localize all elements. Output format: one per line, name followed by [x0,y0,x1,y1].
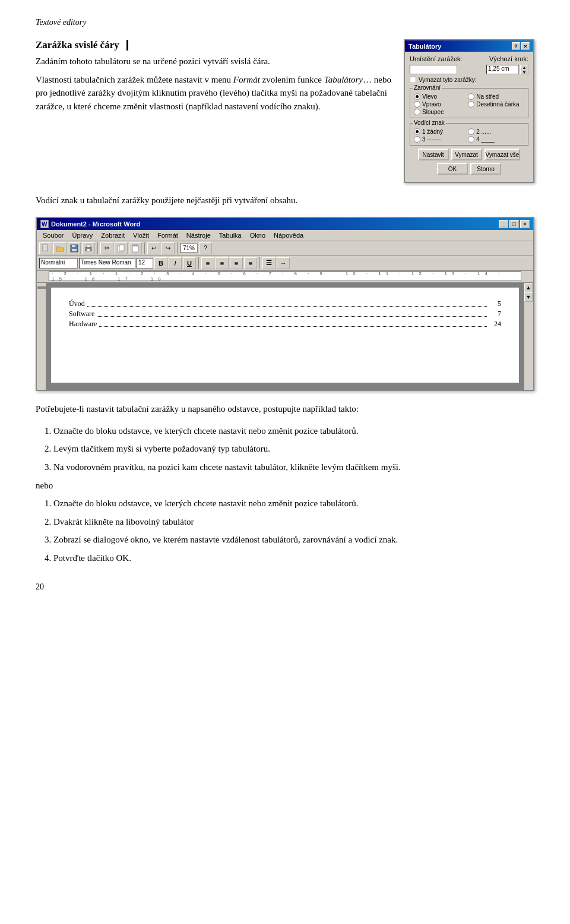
menu-okno[interactable]: Okno [246,231,269,239]
menu-zobrazit[interactable]: Zobrazit [97,231,128,239]
step1-text2: Levým tlačítkem myši si vyberte požadova… [53,444,270,453]
separator1 [97,242,98,254]
header-title: Textové editory [36,18,86,27]
style-select[interactable]: Normální [39,258,78,269]
dialog-close-button[interactable]: × [521,42,530,50]
undo-btn[interactable]: ↩ [147,242,160,254]
vymazat-vse-button[interactable]: Vymazat vše [484,149,521,160]
vodici-section: Vodící znak 1 žádný 2 ...... 3 ------- [410,123,528,146]
label-umisteni: Umístění zarážek: [410,55,463,62]
menu-vlozit[interactable]: Vložit [129,231,153,239]
underline-button[interactable]: U [183,257,196,269]
scroll-up-btn[interactable]: ▲ [524,283,533,292]
copy-btn[interactable] [115,242,128,254]
indent-button[interactable]: → [277,257,290,269]
font-size-select[interactable]: 12 [137,258,153,269]
paste-btn[interactable] [129,242,142,254]
zoom-control: 71% [180,244,198,253]
new-btn[interactable] [39,242,52,254]
toc-dots-uvod [87,299,487,307]
vodici-zadny: 1 žádný [414,128,467,135]
steps-list-1: Označte do bloku odstavce, ve kterých ch… [53,424,534,474]
toc-page-hardware: 24 [489,320,501,329]
bold-button[interactable]: B [154,257,167,269]
radio-vlevo[interactable] [414,93,420,100]
step1-item2: Levým tlačítkem myši si vyberte požadova… [53,442,534,456]
zoom-value[interactable]: 71% [180,244,198,253]
left-margin [37,283,46,390]
menu-nastroje[interactable]: Nástroje [183,231,214,239]
nebo-label: nebo [36,481,534,491]
nastavit-button[interactable]: Nastavit [418,149,449,160]
dialog-title: Tabulátory [408,43,441,50]
step1-text3: Na vodorovném pravítku, na pozici kam ch… [53,462,401,472]
vychozi-input[interactable]: 1,25 cm [486,65,519,74]
align-justify-button[interactable]: ≡ [244,257,257,269]
svg-rect-13 [119,245,124,251]
cut-btn[interactable]: ✂ [100,242,113,254]
radio-vodici-4[interactable] [468,136,474,143]
italic-button[interactable]: I [169,257,182,269]
toc-row-hardware: Hardware 24 [69,320,501,329]
open-btn[interactable] [53,242,66,254]
list-button[interactable]: ☰ [262,257,276,269]
word-page-bg: Úvod 5 Software 7 Hardware 24 [46,283,524,390]
separator3 [177,242,178,254]
svg-rect-8 [72,249,77,251]
print-btn[interactable] [82,242,95,254]
dialog-help-button[interactable]: ? [512,42,520,50]
save-btn[interactable] [68,242,81,254]
align-left-button[interactable]: ≡ [201,257,214,269]
radio-desetinna[interactable] [468,101,474,108]
scroll-down-btn[interactable]: ▼ [524,292,533,302]
help-btn[interactable]: ? [199,242,212,254]
dialog-input-row: 1,25 cm ▲ ▼ [410,65,528,74]
vodici-paragraph: Vodící znak u tabulační zarážky použijet… [36,194,534,207]
radio-nastred[interactable] [468,93,474,100]
step2-item4: Potvrďte tlačítko OK. [53,551,534,565]
label-vychozi: Výchozí krok: [489,55,528,62]
vodici-title: Vodící znak [413,119,446,126]
menu-format[interactable]: Formát [154,231,182,239]
menu-soubor[interactable]: Soubor [39,231,67,239]
word-minimize-button[interactable]: _ [499,220,508,228]
vodici-options: 1 žádný 2 ...... 3 ------- 4 ____ [414,128,524,143]
menu-napoveda[interactable]: Nápověda [270,231,307,239]
radio-sloupec[interactable] [414,109,420,115]
radio-vodici-3[interactable] [414,136,420,143]
word-close-button[interactable]: × [520,220,530,228]
font-select[interactable]: Times New Roman [79,258,135,269]
word-maximize-button[interactable]: □ [509,220,519,228]
redo-btn[interactable]: ↪ [162,242,175,254]
vymazat-button[interactable]: Vymazat [451,149,482,160]
spin-up[interactable]: ▲ [520,65,528,70]
spin-down[interactable]: ▼ [520,70,528,74]
section2-intro: Potřebujete-li nastavit tabulační zarážk… [36,402,534,416]
vychozi-spinner[interactable]: ▲ ▼ [520,65,528,74]
radio-vpravo[interactable] [414,101,420,108]
ok-button[interactable]: OK [437,163,468,175]
step2-item1: Označte do bloku odstavce, ve kterých ch… [53,497,534,510]
word-titlebar: W Dokument2 - Microsoft Word _ □ × [37,218,533,230]
radio-vodici-2[interactable] [468,128,474,135]
align-center-button[interactable]: ≡ [216,257,229,269]
word-title: Dokument2 - Microsoft Word [51,220,140,228]
vymazat-label: Vymazat tyto zarážky: [419,77,476,83]
toc-page-uvod: 5 [489,299,501,308]
word-window: W Dokument2 - Microsoft Word _ □ × Soubo… [36,217,534,391]
svg-rect-11 [87,249,90,251]
umisteni-input[interactable] [410,65,457,74]
vymazat-checkbox[interactable] [410,77,416,83]
page-header: Textové editory [36,18,534,27]
dialog-labels-row: Umístění zarážek: Výchozí krok: [410,55,528,62]
step2-text1: Označte do bloku odstavce, ve kterých ch… [53,499,359,508]
radio-zadny[interactable] [414,128,420,135]
ruler-content: · 2 · 1 · 1 · 2 · 3 · 4 · 5 · 6 · 7 · 8 … [49,272,521,281]
word-titlebar-buttons: _ □ × [499,220,530,228]
dialog-titlebar: Tabulátory ? × [405,40,533,52]
align-right-button[interactable]: ≡ [230,257,243,269]
storno-button[interactable]: Storno [470,163,501,175]
menu-tabulka[interactable]: Tabulka [216,231,245,239]
menu-upravy[interactable]: Úpravy [68,231,96,239]
zarovnani-title: Zarovnání [413,84,442,91]
